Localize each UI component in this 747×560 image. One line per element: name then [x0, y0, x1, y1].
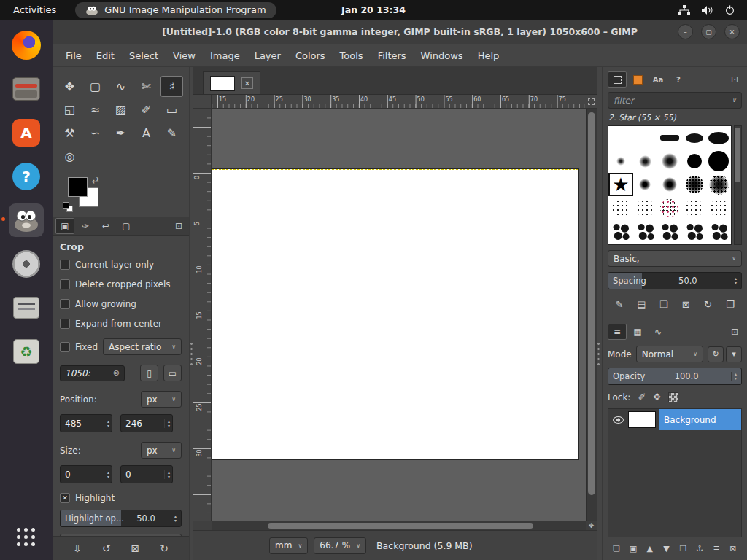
size-width-input[interactable]: 0 ▴▾ [60, 465, 112, 483]
brush-item[interactable] [633, 126, 658, 149]
brush-item[interactable] [633, 173, 658, 196]
brush-item[interactable] [633, 149, 658, 173]
anchor-layer-button[interactable]: ⚓ [692, 541, 708, 556]
tool-scissors-select[interactable]: ✄ [135, 76, 158, 97]
menu-view[interactable]: View [166, 47, 203, 65]
menu-filters[interactable]: Filters [371, 47, 414, 65]
menu-tools[interactable]: Tools [333, 47, 371, 65]
brush-item[interactable] [682, 196, 707, 219]
focused-app-pill[interactable]: GNU Image Manipulation Program [75, 2, 276, 18]
activities-button[interactable]: Activities [0, 0, 69, 20]
image-tab-close-button[interactable]: ✕ [241, 77, 253, 89]
landscape-orientation-button[interactable]: ▭ [163, 365, 182, 381]
delete-layer-button[interactable]: ⊠ [725, 541, 741, 556]
brush-list-scrollbar[interactable] [734, 125, 742, 245]
spinner-arrows[interactable]: ▴▾ [164, 470, 170, 479]
highlight-checkbox[interactable]: ✕ [60, 493, 70, 503]
brush-item-selected[interactable]: ★ [608, 173, 633, 196]
layer-row[interactable]: Background [608, 409, 741, 430]
new-brush-button[interactable]: ▤ [631, 296, 651, 313]
position-x-input[interactable]: 485 ▴▾ [60, 414, 112, 432]
position-unit-dropdown[interactable]: px ∨ [141, 391, 182, 408]
tab-fonts[interactable]: Aa [649, 71, 667, 88]
opacity-slider[interactable]: Opacity 100.0 ▴▾ [608, 368, 742, 385]
brush-item[interactable] [657, 219, 682, 243]
tool-gradient[interactable]: ▨ [109, 99, 132, 120]
open-brush-as-image-button[interactable]: ❐ [720, 296, 740, 313]
lock-paint-icon[interactable]: ✐ [638, 392, 646, 402]
zoom-follow-window-toggle[interactable] [585, 95, 597, 109]
minimize-button[interactable]: – [678, 24, 693, 39]
tool-paintbrush[interactable]: ✐ [135, 99, 158, 120]
brush-item[interactable] [608, 126, 633, 149]
checkbox-delete-cropped-pixels[interactable] [60, 279, 70, 289]
brush-item[interactable] [633, 219, 658, 243]
spacing-slider[interactable]: Spacing 50.0 ▴▾ [608, 272, 742, 289]
color-selector[interactable]: ⇄ [63, 176, 109, 215]
window-titlebar[interactable]: [Untitled]-1.0 (RGB color 8-bit gamma in… [53, 20, 747, 44]
tool-text[interactable]: A [135, 122, 158, 144]
brush-item[interactable] [706, 126, 731, 149]
tool-clone[interactable]: ⚒ [58, 122, 81, 144]
dock-item-firefox[interactable] [9, 28, 44, 62]
brush-item[interactable] [682, 149, 707, 173]
configure-tab-icon[interactable]: ⊡ [171, 219, 186, 233]
edit-brush-button[interactable]: ✎ [609, 296, 630, 313]
tab-layers[interactable]: ≡ [608, 324, 627, 340]
spin-down-icon[interactable]: ▾ [107, 475, 109, 479]
delete-brush-button[interactable]: ⊠ [676, 296, 696, 313]
brush-item[interactable] [608, 219, 633, 243]
vertical-scrollbar-thumb[interactable] [588, 112, 595, 495]
save-tool-preset-button[interactable]: ⇩ [67, 540, 88, 557]
brush-item[interactable] [706, 219, 731, 243]
system-status-area[interactable] [678, 4, 747, 15]
raise-layer-button[interactable]: ▲ [642, 541, 658, 556]
checkbox-current-layer-only[interactable] [60, 260, 70, 270]
merge-layer-button[interactable]: ≣ [708, 541, 724, 556]
show-applications-button[interactable] [9, 521, 44, 554]
spin-down-icon[interactable]: ▾ [168, 475, 170, 479]
menu-colors[interactable]: Colors [288, 47, 333, 65]
dock-item-gimp[interactable] [9, 203, 44, 237]
tool-move[interactable]: ✥ [58, 76, 81, 97]
dock-item-drive[interactable] [9, 291, 44, 324]
delete-tool-preset-button[interactable]: ⊠ [125, 540, 145, 557]
vertical-scrollbar[interactable] [586, 109, 597, 521]
brush-item[interactable] [682, 126, 707, 149]
duplicate-layer-button[interactable]: ❐ [675, 541, 691, 556]
brush-item[interactable] [633, 196, 658, 219]
reset-tool-options-button[interactable]: ↻ [154, 540, 174, 557]
new-layer-group-button[interactable]: ▣ [625, 541, 641, 556]
image-tab[interactable]: ✕ [203, 71, 260, 94]
brush-item[interactable] [706, 196, 731, 219]
size-unit-dropdown[interactable]: px ∨ [141, 442, 182, 459]
menu-help[interactable]: Help [471, 47, 507, 65]
brush-item[interactable] [706, 173, 731, 196]
brush-item[interactable] [608, 149, 633, 173]
menu-select[interactable]: Select [122, 47, 166, 65]
brush-item[interactable] [657, 173, 682, 196]
dock-item-disc[interactable] [9, 247, 44, 281]
layer-visibility-toggle[interactable] [608, 416, 628, 424]
aspect-ratio-input[interactable]: 1050: ⊗ [60, 365, 125, 381]
spinner-arrows[interactable]: ▴▾ [732, 276, 737, 285]
pane-resize-handle-right[interactable] [597, 67, 602, 560]
restore-tool-preset-button[interactable]: ↺ [96, 540, 117, 557]
fixed-checkbox[interactable] [60, 342, 70, 352]
aspect-ratio-dropdown[interactable]: Aspect ratio ∨ [103, 338, 182, 355]
tool-free-select[interactable]: ∿ [109, 76, 132, 97]
menu-layer[interactable]: Layer [247, 47, 288, 65]
brush-list-scrollbar-thumb[interactable] [735, 128, 740, 182]
tool-smudge[interactable]: ∽ [84, 122, 107, 144]
tool-warp-transform[interactable]: ≈ [84, 99, 107, 120]
mode-switch-button[interactable]: ↻ [708, 346, 724, 362]
spin-down-icon[interactable]: ▾ [174, 518, 177, 523]
default-colors-icon[interactable] [63, 202, 74, 213]
tab-device-status[interactable]: ✑ [76, 218, 95, 234]
tool-zoom[interactable]: ◎ [58, 146, 81, 167]
brush-item[interactable] [657, 149, 682, 173]
brush-category-dropdown[interactable]: Basic, ∨ [608, 250, 742, 267]
tool-rectangle-select[interactable]: ▢ [84, 76, 107, 97]
vertical-ruler[interactable]: 051015202530 [193, 109, 212, 521]
spinner-arrows[interactable]: ▴▾ [171, 514, 177, 523]
